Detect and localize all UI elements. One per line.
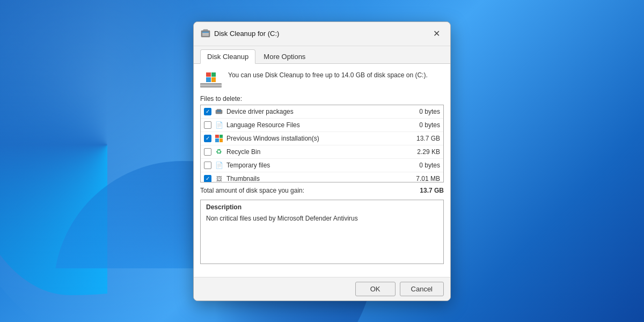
title-bar-left: Disk Cleanup for (C:)	[200, 28, 279, 39]
title-bar: Disk Cleanup for (C:) ✕	[194, 22, 450, 46]
file-size-prev-windows: 13.7 GB	[416, 135, 440, 142]
list-item[interactable]: Previous Windows installation(s) 13.7 GB	[201, 132, 443, 145]
total-row: Total amount of disk space you gain: 13.…	[200, 187, 444, 194]
list-item[interactable]: 📄 Language Resource Files 0 bytes	[201, 119, 443, 132]
disk-cleanup-icon	[200, 28, 211, 39]
disk-cleanup-dialog: Disk Cleanup for (C:) ✕ Disk Cleanup Mor…	[193, 21, 451, 301]
file-size-language: 0 bytes	[419, 121, 440, 129]
device-driver-icon	[215, 107, 223, 116]
file-name-language: Language Resource Files	[226, 121, 416, 129]
file-list-container[interactable]: Device driver packages 0 bytes 📄 Languag…	[200, 105, 444, 182]
list-item[interactable]: 📄 Temporary files 0 bytes	[201, 159, 443, 172]
checkbox-prev-windows[interactable]	[204, 135, 211, 142]
list-item[interactable]: Device driver packages 0 bytes	[201, 105, 443, 119]
list-item[interactable]: ♻ Recycle Bin 2.29 KB	[201, 145, 443, 159]
checkbox-recycle[interactable]	[204, 148, 211, 156]
recycle-bin-icon: ♻	[215, 148, 223, 156]
file-size-recycle: 2.29 KB	[417, 148, 440, 156]
dialog-body: You can use Disk Cleanup to free up to 1…	[194, 64, 450, 277]
temp-files-icon: 📄	[215, 161, 223, 170]
tab-disk-cleanup[interactable]: Disk Cleanup	[200, 49, 255, 64]
checkbox-thumbnails[interactable]	[204, 175, 211, 182]
description-box: Description Non critical files used by M…	[200, 200, 444, 264]
svg-rect-6	[217, 111, 221, 112]
cancel-button[interactable]: Cancel	[400, 282, 444, 296]
description-label: Description	[206, 203, 438, 211]
close-button[interactable]: ✕	[429, 26, 444, 41]
header-area: You can use Disk Cleanup to free up to 1…	[200, 70, 444, 87]
file-name-temp: Temporary files	[226, 162, 416, 169]
file-name-prev-windows: Previous Windows installation(s)	[226, 135, 413, 142]
drive-icon	[200, 72, 222, 87]
total-label: Total amount of disk space you gain:	[200, 187, 304, 194]
file-name-thumbnails: Thumbnails	[226, 175, 413, 182]
checkbox-language[interactable]	[204, 121, 211, 129]
thumbnails-icon: 🖼	[215, 174, 223, 182]
windows-icon	[215, 134, 223, 143]
file-size-thumbnails: 7.01 MB	[416, 175, 440, 182]
dialog-overlay: Disk Cleanup for (C:) ✕ Disk Cleanup Mor…	[0, 0, 644, 322]
header-description: You can use Disk Cleanup to free up to 1…	[228, 70, 428, 80]
checkbox-temp[interactable]	[204, 162, 211, 169]
file-name-recycle: Recycle Bin	[226, 148, 414, 156]
svg-rect-3	[202, 32, 209, 33]
file-name-device-driver: Device driver packages	[226, 108, 416, 115]
language-file-icon: 📄	[215, 121, 223, 129]
tab-more-options[interactable]: More Options	[257, 49, 312, 63]
tabs-bar: Disk Cleanup More Options	[194, 46, 450, 64]
file-size-device-driver: 0 bytes	[419, 108, 440, 115]
dialog-title: Disk Cleanup for (C:)	[214, 30, 279, 38]
ok-button[interactable]: OK	[355, 282, 396, 296]
files-label: Files to delete:	[200, 95, 444, 103]
list-item[interactable]: 🖼 Thumbnails 7.01 MB	[201, 172, 443, 182]
file-list: Device driver packages 0 bytes 📄 Languag…	[201, 105, 443, 182]
file-size-temp: 0 bytes	[419, 162, 440, 169]
svg-rect-5	[217, 109, 221, 110]
button-row: OK Cancel	[194, 277, 450, 301]
svg-rect-2	[203, 30, 208, 31]
description-text: Non critical files used by Microsoft Def…	[206, 215, 358, 222]
checkbox-device-driver[interactable]	[204, 108, 211, 115]
total-value: 13.7 GB	[420, 187, 444, 194]
